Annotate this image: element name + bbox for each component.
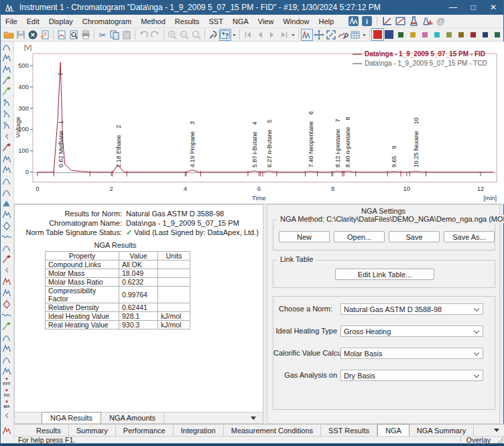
flower-peaks-icon[interactable]	[1, 366, 13, 377]
table-row[interactable]: Ideal Heating Value928.1kJ/mol	[46, 312, 190, 321]
two-hump-icon[interactable]	[1, 154, 13, 165]
open-button[interactable]: Open...	[334, 231, 385, 242]
peak-g-icon[interactable]: G	[1, 121, 13, 131]
menu-sst[interactable]: SST	[204, 16, 228, 27]
fft-filter-icon[interactable]: FFT	[1, 377, 13, 388]
record-dropdown[interactable]	[290, 29, 296, 41]
resize-grip[interactable]	[497, 437, 504, 443]
filled-peak-icon[interactable]	[1, 198, 13, 209]
strip-scroll-icon[interactable]	[1, 131, 13, 142]
choose-a-norm-select[interactable]: Natural Gas ASTM D 3588-98	[340, 303, 483, 315]
table-row[interactable]: Molar Mass Ratio0.6232	[46, 278, 190, 287]
strip-scroll-icon-3[interactable]	[1, 411, 13, 421]
instrument-information-icon[interactable]: i	[361, 15, 373, 27]
menu-chromatogram[interactable]: Chromatogram	[78, 16, 136, 27]
peak-s-icon[interactable]: S	[1, 109, 13, 120]
table-row[interactable]: Real Heating Value930.3kJ/mol	[46, 321, 190, 329]
smooth-peak-icon[interactable]	[1, 243, 13, 254]
calibration-window-icon[interactable]	[395, 15, 406, 27]
table-dropdown[interactable]	[361, 29, 367, 41]
rounded-peak-icon[interactable]	[1, 176, 13, 187]
result-table-button[interactable]	[349, 29, 361, 41]
calibration-icon[interactable]	[381, 15, 393, 27]
signal-color-swatch-large-1[interactable]	[373, 30, 382, 39]
maximize-button[interactable]: □	[463, 0, 483, 15]
menu-view[interactable]: View	[253, 16, 279, 27]
flask-chart-icon[interactable]	[422, 15, 433, 27]
diamond-icon[interactable]	[1, 221, 13, 232]
signal-color-swatch-7[interactable]	[470, 32, 476, 38]
copy-button[interactable]	[109, 29, 121, 41]
save-button[interactable]: Save	[389, 231, 440, 242]
tab-nga-summary[interactable]: NGA Summary	[410, 425, 474, 436]
peak-tool-icon[interactable]	[1, 53, 13, 64]
table-row[interactable]: Molar Mass18.049	[46, 269, 190, 278]
ideal-heating-type-select[interactable]: Gross Heating	[340, 325, 483, 337]
minimize-button[interactable]: —	[443, 0, 463, 15]
wave-icon[interactable]	[1, 232, 13, 242]
overlay-peaks-red-icon[interactable]	[1, 426, 13, 437]
peak-plusminus-icon[interactable]	[1, 344, 13, 354]
open-chromatogram-button[interactable]	[3, 29, 15, 41]
tab-summary[interactable]: Summary	[69, 425, 116, 436]
fit-to-window-button[interactable]	[325, 29, 337, 41]
crossed-peaks-icon[interactable]	[1, 277, 13, 287]
tab-integration[interactable]: Integration	[174, 425, 224, 436]
menu-window[interactable]: Window	[278, 16, 314, 27]
cut-baseline-icon[interactable]	[1, 299, 13, 310]
signal-color-swatch-3[interactable]	[422, 32, 428, 38]
subtab-nga-results[interactable]: NGA Results	[42, 412, 101, 423]
subtab-overflow-caret[interactable]	[251, 417, 256, 420]
subtab-nga-amounts[interactable]: NGA Amounts	[101, 413, 164, 423]
signal-color-swatch-4[interactable]	[434, 32, 440, 38]
new-button[interactable]: New	[279, 231, 330, 242]
properties-wrench-button[interactable]	[207, 29, 219, 41]
check-curve-icon[interactable]	[1, 321, 13, 332]
red-p-flag-icon[interactable]	[1, 254, 13, 265]
close-chromatogram-button[interactable]	[27, 29, 39, 41]
peak-a-icon[interactable]	[1, 355, 13, 366]
two-hump-line-icon[interactable]	[1, 165, 13, 175]
valley-flag-icon[interactable]	[1, 86, 13, 97]
menu-nga[interactable]: NGA	[228, 16, 253, 27]
tab-measurement-conditions[interactable]: Measurement Conditions	[224, 425, 321, 436]
signal-color-swatch-8[interactable]	[483, 32, 488, 38]
peak-n-icon[interactable]: N	[1, 98, 13, 108]
waves-arrows-icon[interactable]	[1, 310, 13, 321]
menu-file[interactable]: File	[1, 16, 22, 27]
table-row[interactable]: Compound LinksAll OK	[46, 261, 190, 269]
tab-sst-results[interactable]: SST Results	[321, 425, 377, 436]
signal-color-swatch-1[interactable]	[398, 32, 403, 38]
tab-results[interactable]: Results	[29, 425, 69, 436]
signal-color-swatch-large-2[interactable]	[385, 30, 393, 39]
tab-overflow-caret[interactable]	[494, 429, 499, 432]
move-tool-button[interactable]	[313, 29, 325, 41]
overlay-mode-button[interactable]	[301, 29, 313, 41]
hump-icon[interactable]	[1, 188, 13, 198]
strip-scroll-icon-2[interactable]	[1, 265, 13, 276]
graph-properties-button[interactable]	[337, 29, 349, 41]
moving-average-icon[interactable]: MA	[1, 400, 13, 411]
table-row[interactable]: Relative Density0.62441	[46, 303, 190, 312]
double-peak-icon[interactable]	[1, 64, 13, 75]
menu-method[interactable]: Method	[136, 16, 170, 27]
table-row[interactable]: Compressibility Factor0.99764	[46, 287, 190, 303]
peak-group-icon[interactable]	[1, 210, 13, 220]
context-help-button[interactable]: ?	[219, 29, 231, 41]
tab-performance[interactable]: Performance	[116, 425, 174, 436]
signal-color-swatch-6[interactable]	[458, 32, 464, 38]
peak-curve-icon[interactable]	[1, 42, 13, 53]
print-button[interactable]	[80, 29, 92, 41]
savitzky-golay-icon[interactable]: SG	[1, 388, 13, 399]
save-as-button[interactable]: Save As...	[444, 231, 495, 242]
chromatogram-file-button[interactable]	[56, 29, 68, 41]
menu-results[interactable]: Results	[170, 16, 204, 27]
baseline-flag-icon[interactable]	[1, 76, 13, 86]
plain-peak-icon[interactable]	[1, 333, 13, 344]
chromatogram-chart[interactable]: 0100200300400500[V]Voltage024681012Time[…	[14, 42, 504, 204]
baseline-red-flag-icon[interactable]	[1, 143, 13, 153]
cut-button[interactable]: ✂	[97, 29, 109, 41]
menu-help[interactable]: Help	[314, 16, 339, 27]
flask-icon[interactable]	[408, 15, 420, 27]
signal-color-swatch-2[interactable]	[410, 32, 416, 38]
